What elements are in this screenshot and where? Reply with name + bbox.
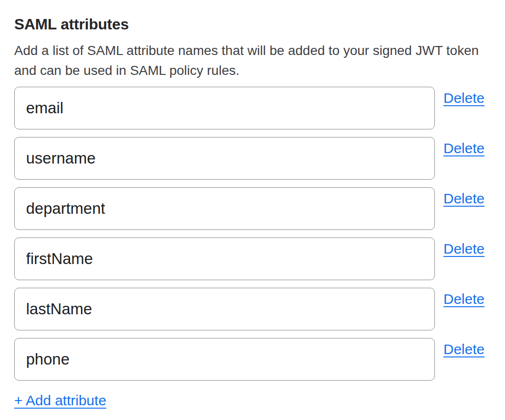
delete-attribute-link[interactable]: Delete	[443, 140, 485, 156]
delete-attribute-link[interactable]: Delete	[443, 341, 485, 357]
description-line-2: and can be used in SAML policy rules.	[14, 61, 491, 81]
delete-attribute-link[interactable]: Delete	[443, 191, 485, 207]
delete-attribute-link[interactable]: Delete	[443, 291, 485, 307]
delete-attribute-link[interactable]: Delete	[443, 90, 485, 106]
attribute-name-input[interactable]	[14, 87, 435, 129]
description-line-1: Add a list of SAML attribute names that …	[14, 41, 491, 61]
attribute-row: Delete	[14, 237, 491, 280]
attribute-row: Delete	[14, 137, 491, 180]
saml-attributes-section: SAML attributes Add a list of SAML attri…	[0, 0, 505, 420]
attribute-name-input[interactable]	[14, 338, 435, 381]
attribute-row: Delete	[14, 87, 491, 129]
attribute-name-input[interactable]	[14, 237, 435, 280]
attribute-name-input[interactable]	[14, 288, 435, 330]
attribute-list: Delete Delete Delete Delete Delete Delet…	[14, 87, 491, 381]
section-title: SAML attributes	[14, 15, 491, 33]
attribute-row: Delete	[14, 187, 491, 230]
add-attribute-link[interactable]: + Add attribute	[14, 393, 106, 409]
attribute-name-input[interactable]	[14, 137, 435, 180]
section-description: Add a list of SAML attribute names that …	[14, 41, 491, 81]
attribute-row: Delete	[14, 338, 491, 381]
attribute-row: Delete	[14, 288, 491, 330]
delete-attribute-link[interactable]: Delete	[443, 241, 485, 257]
attribute-name-input[interactable]	[14, 187, 435, 230]
